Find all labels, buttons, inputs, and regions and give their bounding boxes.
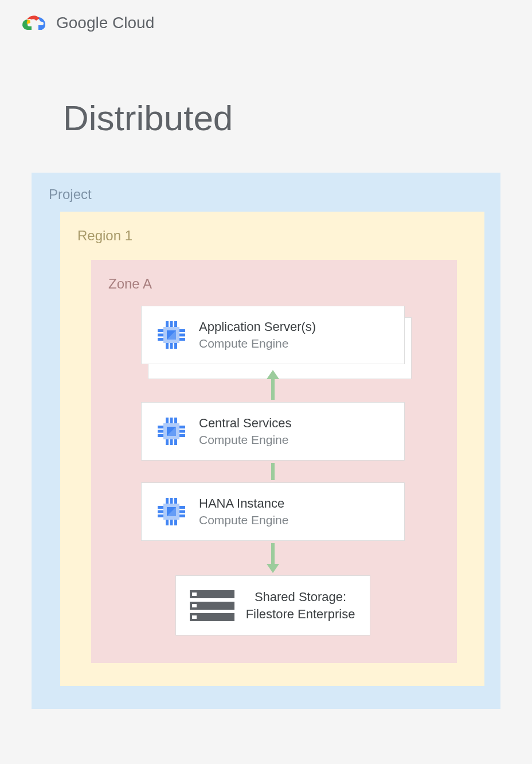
svg-rect-10	[158, 338, 163, 341]
compute-engine-icon	[154, 318, 189, 352]
header: Google Cloud	[0, 0, 532, 46]
svg-rect-5	[166, 343, 169, 349]
svg-rect-33	[166, 520, 169, 525]
svg-rect-21	[174, 439, 177, 445]
svg-rect-11	[179, 329, 185, 332]
svg-rect-8	[158, 329, 163, 332]
svg-rect-34	[170, 520, 173, 525]
storage-bar	[190, 590, 234, 598]
svg-rect-13	[179, 338, 185, 341]
project-box: Project Region 1 Zone A	[32, 173, 500, 709]
svg-rect-38	[158, 514, 163, 517]
card-texts: HANA Instance Compute Engine	[199, 496, 288, 527]
compute-engine-icon	[154, 414, 189, 449]
svg-rect-32	[174, 498, 177, 504]
svg-rect-31	[170, 498, 173, 504]
card-title: HANA Instance	[199, 496, 288, 511]
node-app-server: Application Server(s) Compute Engine	[141, 306, 405, 364]
svg-rect-41	[179, 514, 185, 517]
storage-icon	[190, 590, 234, 621]
svg-rect-22	[158, 426, 163, 428]
card-subtitle: Compute Engine	[199, 433, 291, 447]
card-subtitle: Compute Engine	[199, 513, 288, 527]
svg-rect-7	[174, 343, 177, 349]
arrow-down-icon	[271, 543, 275, 565]
card-subtitle: Compute Engine	[199, 337, 316, 350]
svg-rect-27	[179, 434, 185, 437]
card-texts: Shared Storage: Filestore Enterprise	[245, 588, 356, 622]
svg-rect-20	[170, 439, 173, 445]
card-title: Application Server(s)	[199, 319, 316, 334]
svg-rect-4	[174, 321, 177, 327]
svg-rect-35	[174, 520, 177, 525]
svg-rect-18	[174, 418, 177, 423]
storage-bar	[190, 602, 234, 610]
svg-rect-19	[166, 439, 169, 445]
connector-line	[271, 463, 275, 480]
arrow-up-icon	[271, 378, 275, 400]
card-shared-storage: Shared Storage: Filestore Enterprise	[175, 575, 370, 636]
project-label: Project	[49, 186, 484, 202]
storage-bar	[190, 613, 234, 621]
svg-rect-26	[179, 430, 185, 433]
zone-label: Zone A	[108, 276, 420, 292]
svg-rect-39	[179, 506, 185, 509]
svg-rect-9	[158, 334, 163, 337]
google-cloud-logo-icon	[21, 11, 49, 34]
brand-text: Google Cloud	[56, 14, 154, 32]
svg-rect-6	[170, 343, 173, 349]
card-texts: Application Server(s) Compute Engine	[199, 319, 316, 350]
svg-rect-30	[166, 498, 169, 504]
svg-rect-17	[170, 418, 173, 423]
diagram: Project Region 1 Zone A	[32, 173, 500, 709]
card-hana-instance: HANA Instance Compute Engine	[141, 482, 405, 541]
region-box: Region 1 Zone A	[60, 212, 484, 686]
page-title: Distributed	[63, 98, 532, 138]
card-title: Central Services	[199, 416, 291, 431]
zone-box: Zone A	[91, 260, 457, 663]
card-texts: Central Services Compute Engine	[199, 416, 291, 447]
svg-rect-40	[179, 510, 185, 513]
card-app-server: Application Server(s) Compute Engine	[141, 306, 405, 364]
card-central-services: Central Services Compute Engine	[141, 402, 405, 461]
svg-rect-2	[166, 321, 169, 327]
svg-rect-12	[179, 334, 185, 337]
compute-engine-icon	[154, 494, 189, 529]
svg-rect-36	[158, 506, 163, 509]
svg-rect-23	[158, 430, 163, 433]
region-label: Region 1	[77, 228, 457, 244]
card-title: Shared Storage: Filestore Enterprise	[245, 588, 356, 622]
svg-rect-16	[166, 418, 169, 423]
svg-rect-37	[158, 510, 163, 513]
brand-strong: Google	[56, 14, 108, 32]
svg-rect-3	[170, 321, 173, 327]
brand-light: Cloud	[108, 14, 154, 32]
svg-rect-24	[158, 434, 163, 437]
node-stack: Application Server(s) Compute Engine	[126, 306, 420, 636]
svg-rect-25	[179, 426, 185, 428]
